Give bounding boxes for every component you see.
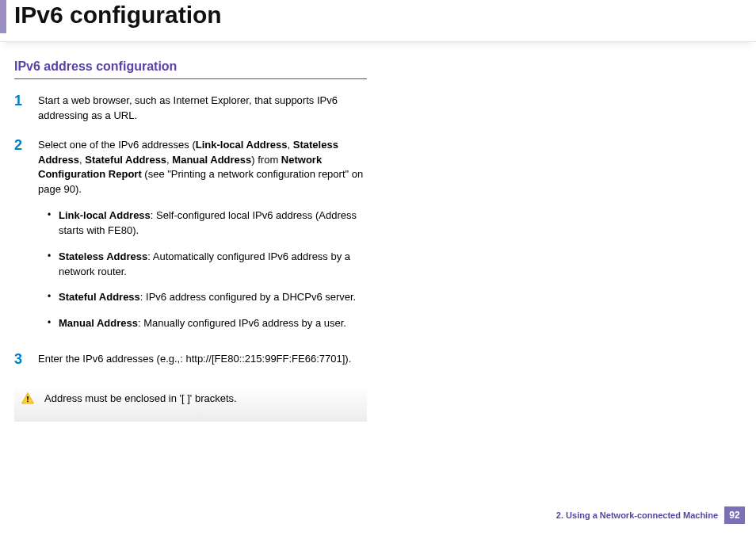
footer: 2. Using a Network-connected Machine 92 [556, 506, 745, 524]
title-area: IPv6 configuration [0, 0, 756, 42]
page-title: IPv6 configuration [14, 0, 756, 29]
step-3: 3 Enter the IPv6 addresses (e.g.,: http:… [14, 352, 367, 368]
step-text: Enter the IPv6 addresses (e.g.,: http://… [38, 352, 351, 368]
step-text: Start a web browser, such as Internet Ex… [38, 94, 367, 124]
note-text: Address must be enclosed in '[ ]' bracke… [44, 392, 237, 406]
text: ) from [251, 154, 281, 166]
text: Select one of the IPv6 addresses ( [38, 139, 196, 151]
bold: Stateful Address [85, 154, 166, 166]
list-item: Manual Address: Manually configured IPv6… [48, 316, 367, 331]
step-number: 2 [14, 138, 38, 338]
step-2: 2 Select one of the IPv6 addresses (Link… [14, 138, 367, 338]
text: , [288, 139, 293, 151]
text: : IPv6 address configured by a DHCPv6 se… [140, 291, 356, 303]
footer-chapter: 2. Using a Network-connected Machine [556, 510, 718, 520]
step-number: 1 [14, 94, 38, 124]
bold: Stateful Address [59, 291, 140, 303]
content-column: IPv6 address configuration 1 Start a web… [0, 42, 379, 422]
list-item: Link-local Address: Self-configured loca… [48, 208, 367, 239]
bold: Stateless Address [59, 250, 147, 262]
section-title: IPv6 address configuration [14, 59, 367, 79]
page-number: 92 [724, 506, 745, 524]
list-item: Stateless Address: Automatically configu… [48, 250, 367, 280]
svg-rect-0 [27, 396, 29, 400]
list-item: Stateful Address: IPv6 address configure… [48, 290, 367, 305]
bullet-list: Link-local Address: Self-configured loca… [38, 208, 367, 331]
bold: Manual Address [59, 317, 138, 329]
step-number: 3 [14, 352, 38, 368]
svg-rect-1 [27, 401, 29, 403]
bold: Link-local Address [59, 209, 151, 221]
note-box: Address must be enclosed in '[ ]' bracke… [14, 385, 367, 422]
bold: Link-local Address [196, 139, 288, 151]
step-1: 1 Start a web browser, such as Internet … [14, 94, 367, 124]
text: : Manually configured IPv6 address by a … [138, 317, 346, 329]
bold: Manual Address [172, 154, 251, 166]
warning-icon [21, 392, 36, 409]
step-text: Select one of the IPv6 addresses (Link-l… [38, 138, 367, 338]
